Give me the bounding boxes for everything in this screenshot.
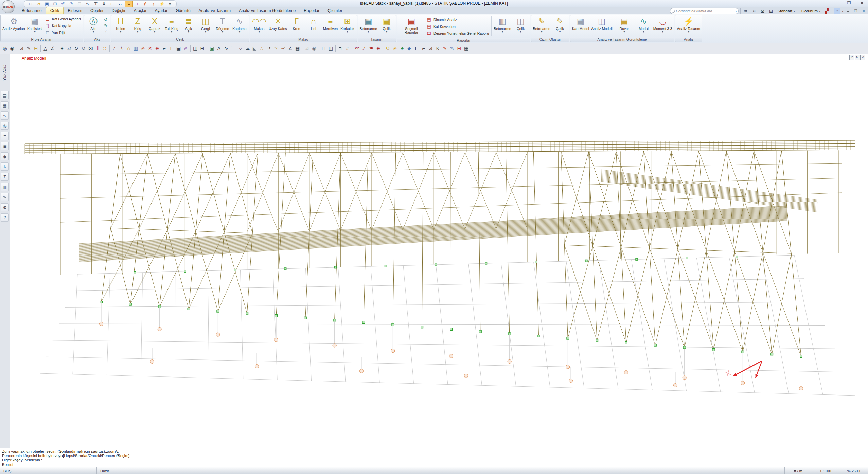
dimension-vertical-icon[interactable]: ↕ — [150, 1, 157, 7]
export-view-icon[interactable]: ⊡ — [768, 8, 775, 14]
note-paste-icon[interactable]: ⊟ — [32, 44, 39, 53]
image-insert-icon[interactable]: ▣ — [208, 44, 215, 53]
angle-tool-icon[interactable]: ⊿ — [427, 44, 434, 53]
coord-xy-icon[interactable]: XY — [353, 44, 360, 53]
command-search-box[interactable]: Herhangi bir komut ara... ▾ — [670, 8, 739, 14]
material-cube-icon[interactable]: ◆ — [406, 44, 413, 53]
status-scale[interactable]: 1 : 100 — [812, 467, 839, 474]
quick-analysis-icon[interactable]: ⚡ — [158, 1, 165, 7]
match-properties-icon[interactable]: ✐ — [182, 44, 189, 53]
light-toggle-icon[interactable]: Ω — [384, 44, 391, 53]
objects-icon[interactable]: ▣ — [1, 142, 9, 150]
ucs-grid-icon[interactable]: # — [344, 44, 351, 53]
area-measure-icon[interactable]: m² — [280, 44, 287, 53]
select-add-icon[interactable]: ↖ — [84, 1, 91, 7]
doc-close-button[interactable]: ✕ — [861, 9, 867, 13]
spline-icon[interactable]: ∿ — [223, 44, 230, 53]
coord-z-icon[interactable]: Z — [360, 44, 368, 53]
kat-listesi-button[interactable]: ▦Kat listesi▾ — [26, 15, 43, 36]
mirror-icon[interactable]: ⋈ — [87, 44, 94, 53]
tab-analiz-ve-tasarım[interactable]: Analiz ve Tasarım — [195, 7, 235, 14]
mirror-line-icon[interactable]: ‖ — [94, 44, 101, 53]
spray-points-icon[interactable]: ∴ — [258, 44, 265, 53]
tab-ayarlar[interactable]: Ayarlar — [150, 7, 172, 14]
axis-line-icon[interactable]: ∕ — [103, 30, 108, 34]
fillet-icon[interactable]: ⌐ — [161, 44, 168, 53]
view-combo[interactable]: Görünüm ▾ — [800, 9, 822, 13]
stretch-icon[interactable]: ⇕ — [100, 1, 108, 7]
restore-button[interactable]: ❐ — [845, 0, 853, 6]
zoom-tool-icon[interactable]: ◎ — [1, 122, 9, 130]
text-insert-icon[interactable]: A — [215, 44, 223, 53]
coord-3p-icon[interactable]: 3P — [368, 44, 375, 53]
loads-icon[interactable]: ⇓ — [1, 162, 9, 171]
yarı-rijit-button[interactable]: ☐Yarı Rijit — [45, 30, 81, 36]
redo-icon[interactable]: ↷ — [68, 1, 75, 7]
undo-icon[interactable]: ↶ — [59, 1, 67, 7]
node-edit-icon[interactable]: ⊤ — [92, 1, 100, 7]
doc-restore-button[interactable]: ❐ — [853, 9, 859, 13]
axis-rotate-icon[interactable]: ↺ — [103, 17, 108, 22]
command-prompt-area[interactable]: Zum yapmak için objeleri seçin. (Sonland… — [0, 448, 868, 467]
layers-icon[interactable]: ≡ — [1, 132, 9, 140]
status-zoom[interactable]: % 2500 — [839, 467, 868, 474]
explode-icon[interactable]: ✳ — [139, 44, 146, 53]
merdiven-button[interactable]: ≡Merdiven — [322, 15, 339, 36]
layer-previous-icon[interactable]: ≋ — [742, 8, 749, 14]
kolon-button[interactable]: HKolon▾ — [112, 15, 129, 36]
sidebar-tab-yapi-agaci[interactable]: Yapı Ağacı — [2, 56, 6, 88]
measure-query-icon[interactable]: ? — [272, 44, 280, 53]
open-file-icon[interactable]: ▱ — [35, 1, 42, 7]
array-icon[interactable]: ∷ — [101, 44, 108, 53]
duvar-button[interactable]: ▤Duvar▾ — [616, 15, 633, 36]
break-icon[interactable]: ✕ — [146, 44, 154, 53]
rotate-icon[interactable]: ↻ — [73, 44, 80, 53]
revision-cloud-icon[interactable]: ☁ — [244, 44, 251, 53]
analiz-tasarım-button[interactable]: ⚡Analiz Tasarım▾ — [676, 15, 702, 36]
measure-ruler-icon[interactable]: ⊿ — [18, 44, 25, 53]
ucs-rotate-icon[interactable]: ↰ — [337, 44, 344, 53]
save-all-icon[interactable]: ⊞ — [51, 1, 59, 7]
analiz-modeli-button[interactable]: ◫Analiz Modeli — [590, 15, 613, 36]
plan-view-icon[interactable]: ▦ — [1, 101, 9, 109]
sun-brightness-icon[interactable]: ☀ — [391, 44, 398, 53]
selection-icon[interactable]: ↖ — [1, 111, 9, 120]
snap-center-icon[interactable]: ⊕ — [154, 44, 161, 53]
tab-araçlar[interactable]: Araçlar — [129, 7, 150, 14]
circle-icon[interactable]: ○ — [237, 44, 244, 53]
betonarme-button[interactable]: ▥Betonarme▾ — [493, 15, 512, 37]
uzay-kafes-button[interactable]: ✳Uzay Kafes — [268, 15, 288, 36]
save-icon[interactable]: ▣ — [43, 1, 51, 7]
move-copy-icon[interactable]: ⇄ — [66, 44, 73, 53]
dimension-edit-icon[interactable]: ↱ — [142, 1, 149, 7]
move-icon[interactable]: + — [58, 44, 66, 53]
undo-history-icon[interactable]: ⊟ — [76, 1, 83, 7]
zoom-window-icon[interactable]: ◎ — [1, 44, 8, 53]
help-button[interactable]: ? — [834, 8, 840, 14]
results-icon[interactable]: ▥ — [1, 183, 9, 191]
tali-kiriş-button[interactable]: ≡Tali Kiriş▾ — [163, 15, 180, 36]
doc-minimize-button[interactable]: – — [845, 9, 851, 13]
döşeme-button[interactable]: TDöşeme▾ — [214, 15, 231, 36]
tab-görüntü[interactable]: Görüntü — [172, 7, 194, 14]
coord-origin-icon[interactable]: ⊕ — [375, 44, 382, 53]
deprem-yönetmeliği-genel-raporu-button[interactable]: ▤Deprem Yönetmeliği Genel Raporu — [426, 30, 489, 36]
zoom-realtime-icon[interactable]: ◉ — [8, 44, 16, 53]
betonarme-button[interactable]: ▦Betonarme▾ — [359, 15, 378, 36]
status-unit[interactable]: tf / m — [785, 467, 812, 474]
chart-bar-icon[interactable]: ▥ — [132, 44, 139, 53]
visibility-icon[interactable]: ◉ — [311, 44, 318, 53]
çapraz-button[interactable]: XÇapraz▾ — [146, 15, 163, 36]
style-combo[interactable]: Standart ▾ — [776, 9, 797, 13]
grid-toggle-icon[interactable]: ⊞ — [199, 44, 206, 53]
rotate-reference-icon[interactable]: ↺ — [80, 44, 87, 53]
extend-icon[interactable]: ∖ — [118, 44, 125, 53]
analiz-ayarları-button[interactable]: ⚙Analiz Ayarları — [1, 15, 26, 36]
kat-genel-ayarları-button[interactable]: ≣Kat Genel Ayarları — [45, 16, 81, 22]
tab-objeler[interactable]: Objeler — [86, 7, 108, 14]
dome-icon[interactable]: ⌂ — [125, 44, 132, 53]
protractor-icon[interactable]: ∠ — [49, 44, 56, 53]
tab-birleşim[interactable]: Birleşim — [64, 7, 86, 14]
offset-double-icon[interactable]: +2 — [265, 44, 272, 53]
polyline-edit-icon[interactable]: ↳ — [125, 1, 133, 7]
